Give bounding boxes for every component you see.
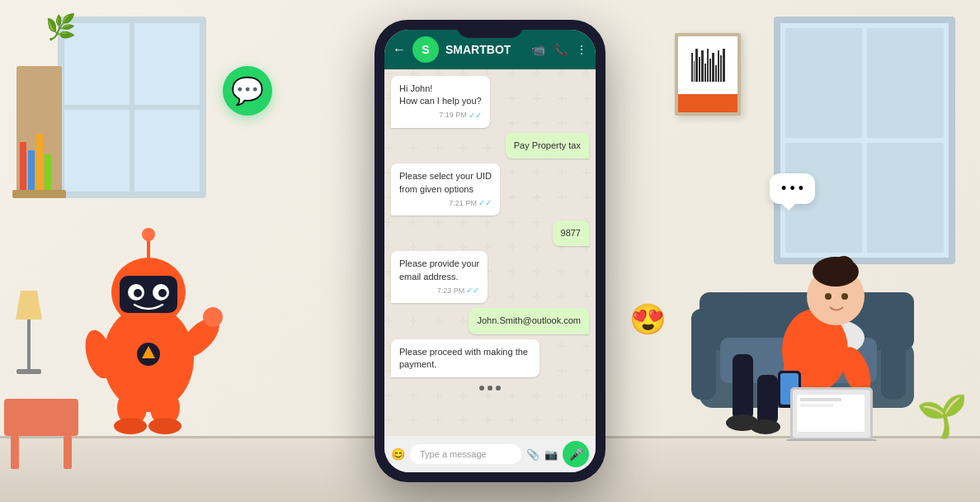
video-icon[interactable]: 📹: [531, 43, 545, 56]
message-sent-1: Pay Property tax: [506, 133, 589, 159]
window-pane-2: [867, 28, 944, 138]
svg-point-6: [158, 289, 167, 297]
bubble-dot-2: •: [789, 180, 794, 197]
phone-container: ← S SMARTBOT 📹 📞 ⋮ Hi John!How can I hel…: [375, 20, 605, 482]
phone-notch: [457, 20, 523, 38]
barcode-image: [678, 36, 737, 94]
svg-point-8: [142, 228, 155, 241]
message-sent-2: 9877: [553, 220, 589, 246]
svg-point-14: [114, 418, 147, 434]
svg-point-27: [751, 419, 780, 434]
message-received-2: Please select your UIDfrom given options…: [391, 163, 500, 215]
plant-right: 🌱: [916, 392, 968, 440]
call-icon[interactable]: 📞: [554, 43, 568, 56]
message-received-3: Please provide youremail address. 7:23 P…: [391, 251, 488, 303]
svg-rect-40: [786, 439, 877, 441]
chat-area: Hi John!How can I help you? 7:19 PM ✓✓ P…: [384, 69, 596, 436]
phone-screen: ← S SMARTBOT 📹 📞 ⋮ Hi John!How can I hel…: [384, 30, 596, 472]
header-icons: 📹 📞 ⋮: [531, 43, 587, 56]
svg-point-15: [148, 418, 181, 434]
main-scene: 🌿: [0, 0, 980, 502]
emoji-button[interactable]: 😊: [391, 448, 405, 461]
svg-rect-43: [800, 404, 833, 407]
phone-mockup: ← S SMARTBOT 📹 📞 ⋮ Hi John!How can I hel…: [375, 20, 605, 482]
attach-button[interactable]: 📎: [526, 448, 539, 461]
bookshelf: [16, 66, 62, 198]
bot-name: SMARTBOT: [445, 43, 525, 56]
bubble-dot-1: •: [781, 180, 786, 197]
svg-rect-24: [733, 354, 753, 420]
picture-frame: [675, 33, 741, 116]
svg-rect-42: [800, 398, 841, 401]
typing-indicator: [391, 382, 589, 394]
heart-eyes-emoji: 😍: [629, 302, 667, 337]
bot-avatar: S: [412, 36, 439, 63]
message-input[interactable]: Type a message: [410, 444, 521, 464]
bubble-dot-3: •: [799, 180, 803, 197]
svg-rect-20: [691, 309, 716, 400]
svg-point-11: [203, 307, 223, 327]
robot-character: [66, 210, 231, 444]
window-pane-1: [785, 28, 862, 138]
whatsapp-float-icon: 💬: [223, 66, 272, 116]
svg-point-32: [825, 293, 832, 300]
left-window: [58, 17, 206, 198]
chat-bubble-floating: • • •: [770, 173, 815, 204]
mic-button[interactable]: 🎤: [563, 441, 589, 467]
svg-point-33: [841, 293, 848, 300]
back-button[interactable]: ←: [393, 42, 406, 57]
mic-icon: 🎤: [569, 448, 583, 461]
svg-point-5: [134, 289, 142, 297]
frame-colored-band: [678, 94, 737, 112]
person-couch: [683, 210, 914, 444]
message-received-1: Hi John!How can I help you? 7:19 PM ✓✓: [391, 76, 490, 128]
svg-point-31: [834, 256, 854, 276]
lamp-left: [12, 291, 45, 374]
plant-topleft: 🌿: [45, 12, 76, 41]
message-received-4: Please proceed with making the payment.: [391, 339, 539, 378]
camera-button[interactable]: 📷: [544, 448, 558, 461]
message-sent-3: John.Smith@outlook.com: [469, 308, 589, 334]
svg-rect-21: [881, 309, 906, 400]
svg-rect-25: [757, 375, 778, 424]
message-input-bar: 😊 Type a message 📎 📷 🎤: [384, 436, 596, 472]
more-icon[interactable]: ⋮: [576, 43, 587, 56]
